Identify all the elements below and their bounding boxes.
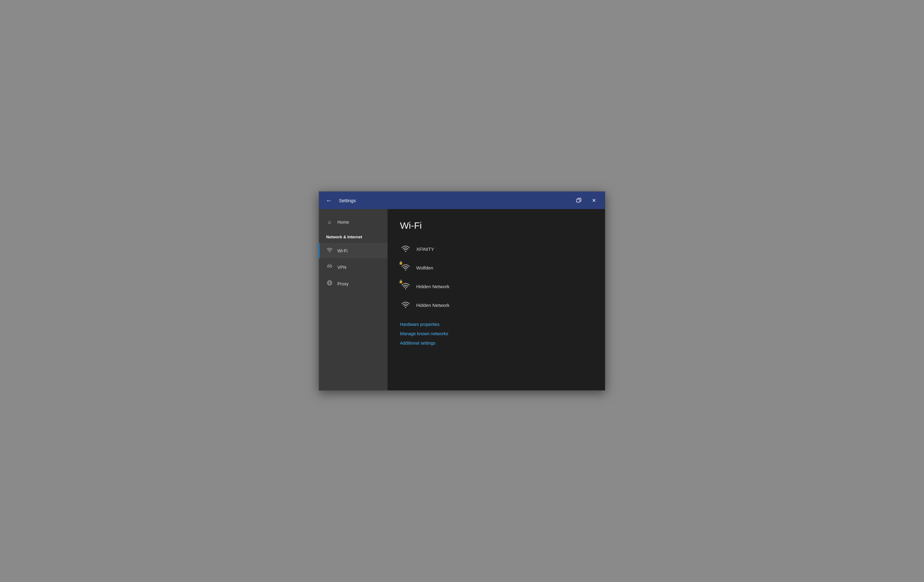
- network-item-hidden1[interactable]: 🔒 Hidden Network: [400, 277, 592, 296]
- sidebar: ⌂ Home Network & Internet Wi-Fi: [319, 209, 388, 391]
- close-button[interactable]: ✕: [587, 194, 600, 206]
- home-icon: ⌂: [326, 219, 333, 225]
- sidebar-item-home[interactable]: ⌂ Home: [319, 215, 388, 229]
- network-item-xfinity[interactable]: XFINITY: [400, 240, 592, 258]
- svg-point-1: [329, 252, 330, 252]
- network-name-hidden2: Hidden Network: [416, 303, 450, 308]
- sidebar-section-label: Network & Internet: [326, 235, 362, 239]
- page-title: Wi-Fi: [400, 220, 592, 231]
- lock-icon-wolfden: 🔒: [399, 261, 403, 265]
- network-name-wolfden: Wolfden: [416, 265, 433, 270]
- network-item-wolfden[interactable]: 🔒 Wolfden: [400, 258, 592, 277]
- window-controls: ✕: [573, 194, 600, 206]
- sidebar-section-header: Network & Internet: [319, 230, 388, 242]
- back-button[interactable]: ←: [324, 195, 334, 205]
- sidebar-item-vpn[interactable]: VPN: [319, 259, 388, 275]
- lock-icon-hidden1: 🔒: [399, 279, 403, 284]
- wifi-network-icon: [401, 244, 410, 253]
- wifi-icon: [326, 247, 333, 254]
- window-content: ⌂ Home Network & Internet Wi-Fi: [319, 209, 605, 391]
- globe-icon: [326, 280, 333, 288]
- restore-button[interactable]: [573, 194, 585, 206]
- network-item-hidden2[interactable]: Hidden Network: [400, 296, 592, 314]
- network-list: XFINITY 🔒 Wolfden: [400, 240, 592, 314]
- additional-settings-link[interactable]: Additional settings: [400, 341, 592, 346]
- wifi-network-icon-hidden2: [401, 301, 410, 309]
- network-icon-wrap-wolfden: 🔒: [400, 262, 411, 273]
- sidebar-home-label: Home: [337, 220, 349, 225]
- hardware-properties-link[interactable]: Hardware properties: [400, 322, 592, 327]
- links-section: Hardware properties Manage known network…: [400, 322, 592, 346]
- svg-point-13: [405, 307, 406, 308]
- sidebar-wifi-label: Wi-Fi: [337, 248, 348, 253]
- window-title: Settings: [339, 198, 568, 203]
- network-icon-wrap-hidden1: 🔒: [400, 281, 411, 292]
- sidebar-item-wifi[interactable]: Wi-Fi: [319, 243, 388, 258]
- manage-known-networks-link[interactable]: Manage known networks: [400, 331, 592, 336]
- svg-rect-0: [577, 199, 580, 202]
- sidebar-item-proxy[interactable]: Proxy: [319, 276, 388, 291]
- sidebar-proxy-label: Proxy: [337, 281, 348, 286]
- vpn-icon: [326, 263, 333, 271]
- svg-point-10: [405, 251, 406, 252]
- network-icon-wrap-hidden2: [400, 299, 411, 311]
- svg-point-11: [405, 269, 406, 271]
- network-name-xfinity: XFINITY: [416, 246, 434, 252]
- settings-window: ← Settings ✕ ⌂ Home Network & Internet: [319, 191, 605, 391]
- titlebar: ← Settings ✕: [319, 191, 605, 209]
- network-name-hidden1: Hidden Network: [416, 284, 450, 289]
- restore-icon: [576, 198, 581, 203]
- main-content: Wi-Fi XFINITY: [388, 209, 605, 391]
- network-icon-wrap: [400, 243, 411, 254]
- sidebar-vpn-label: VPN: [337, 265, 346, 270]
- svg-point-12: [405, 288, 406, 289]
